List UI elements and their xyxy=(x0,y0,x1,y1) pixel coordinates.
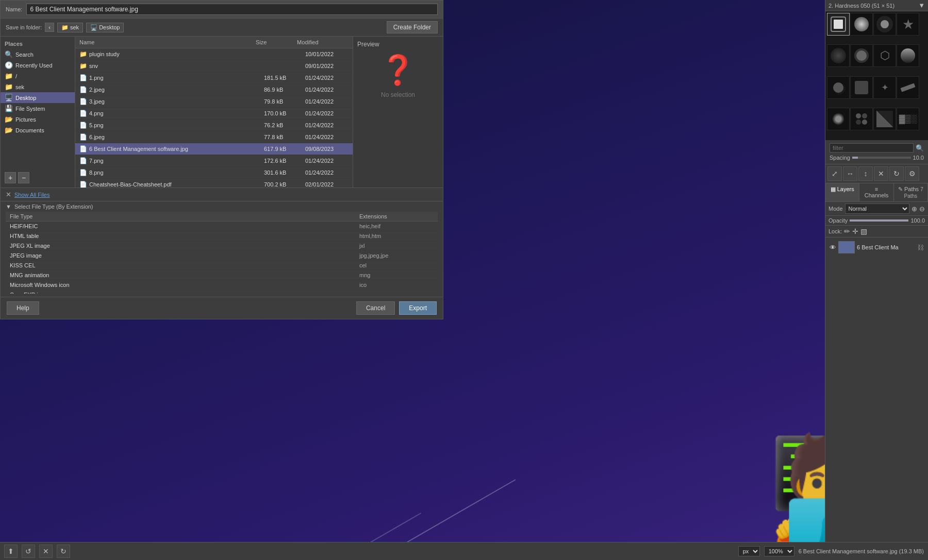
tool-refresh-btn[interactable]: ↻ xyxy=(889,166,904,181)
mode-collapse-icon[interactable]: ⊖ xyxy=(919,205,925,213)
places-item-sek[interactable]: 📁 sek xyxy=(1,81,75,92)
brush-item-16[interactable]: ▓▒░ xyxy=(897,108,919,130)
layer-thumbnail xyxy=(838,241,855,253)
brush-filter-input[interactable] xyxy=(830,143,914,152)
dialog-footer: Help Cancel Export xyxy=(1,297,443,319)
export-btn[interactable]: Export xyxy=(399,301,437,315)
brush-item-4[interactable]: ★ xyxy=(897,13,919,36)
brush-item-10[interactable] xyxy=(850,76,873,99)
table-row[interactable]: 📄 1.png 181.5 kB 01/24/2022 xyxy=(75,72,353,84)
brush-item-5[interactable] xyxy=(827,44,850,67)
file-name: 1.png xyxy=(89,75,104,81)
tab-channels[interactable]: ≡ Channels xyxy=(859,183,893,201)
col-modified[interactable]: Modified xyxy=(293,38,344,46)
layer-mode-select[interactable]: Normal xyxy=(845,203,909,214)
bottom-undo-btn[interactable]: ↺ xyxy=(22,545,35,558)
show-all-files-btn[interactable]: Show All Files xyxy=(14,192,49,198)
file-icon: 📄 xyxy=(79,181,87,188)
bottom-restore-btn[interactable]: ↻ xyxy=(57,545,70,558)
places-add-btn[interactable]: + xyxy=(5,172,16,183)
cancel-btn[interactable]: Cancel xyxy=(356,301,395,315)
file-type-row[interactable]: JPEG image jpg,jpeg,jpe xyxy=(6,251,438,261)
lock-pixels-btn[interactable]: ✏ xyxy=(844,227,850,235)
brush-item-13[interactable] xyxy=(827,108,850,130)
places-item-pictures[interactable]: 📂 Pictures xyxy=(1,114,75,125)
col-name[interactable]: Name xyxy=(75,38,252,46)
bottom-close-btn[interactable]: ✕ xyxy=(39,545,53,558)
tool-flip-h-btn[interactable]: ↔ xyxy=(843,166,857,181)
file-type-row[interactable]: JPEG XL image jxl xyxy=(6,241,438,251)
table-row[interactable]: 📁 plugin study 10/01/2022 xyxy=(75,48,353,60)
file-type-row[interactable]: HEIF/HEIC heic,heif xyxy=(6,222,438,231)
places-item-documents[interactable]: 📂 Documents xyxy=(1,125,75,135)
file-type-toggle[interactable]: ▼ Select File Type (By Extension) xyxy=(6,201,438,212)
file-type-name: JPEG image xyxy=(6,251,355,260)
status-text: 6 Best Client Management software.jpg (1… xyxy=(799,548,924,554)
table-row[interactable]: 📄 2.jpeg 86.9 kB 01/24/2022 xyxy=(75,84,353,96)
table-row[interactable]: 📄 6 Best Client Management software.jpg … xyxy=(75,143,353,155)
places-item-filesystem[interactable]: 💾 File System xyxy=(1,103,75,114)
table-row[interactable]: 📄 8.png 301.6 kB 01/24/2022 xyxy=(75,167,353,179)
file-icon: 📄 xyxy=(79,98,87,105)
file-name-cell: 📄 6.jpeg xyxy=(75,132,260,142)
brush-item-3[interactable] xyxy=(873,13,896,36)
brush-item-11[interactable]: ✦ xyxy=(873,76,896,99)
tab-paths[interactable]: ✎ Paths 7 Paths xyxy=(894,183,928,201)
tool-flip-v-btn[interactable]: ↕ xyxy=(858,166,873,181)
lock-alpha-btn[interactable]: ▧ xyxy=(860,227,867,235)
file-list[interactable]: 📁 plugin study 10/01/2022 📁 snv 09/01/20… xyxy=(75,48,353,188)
table-row[interactable]: 📄 5.png 76.2 kB 01/24/2022 xyxy=(75,120,353,131)
tab-layers[interactable]: ▦ Layers xyxy=(825,183,859,201)
table-row[interactable]: 📄 4.png 170.0 kB 01/24/2022 xyxy=(75,108,353,120)
dropdown-icon[interactable]: ▼ xyxy=(918,2,925,9)
close-show-files-icon[interactable]: ✕ xyxy=(6,191,11,198)
bottom-export-btn[interactable]: ⬆ xyxy=(4,545,18,558)
create-folder-btn[interactable]: Create Folder xyxy=(387,21,438,33)
file-type-row[interactable]: HTML table html,htm xyxy=(6,231,438,241)
brush-item-7[interactable]: ⬡ xyxy=(873,44,896,67)
brush-item-14[interactable] xyxy=(850,108,873,130)
search-icon: 🔍 xyxy=(5,50,13,58)
file-modified-cell: 09/08/2023 xyxy=(301,144,353,154)
table-row[interactable]: 📁 snv 09/01/2022 xyxy=(75,60,353,72)
zoom-unit-select[interactable]: px xyxy=(738,546,760,556)
file-type-list[interactable]: HEIF/HEIC heic,heif HTML table html,htm … xyxy=(6,222,438,294)
brush-item-8[interactable] xyxy=(897,44,919,67)
mode-expand-icon[interactable]: ⊕ xyxy=(912,205,917,213)
filename-input[interactable] xyxy=(26,4,438,15)
help-btn[interactable]: Help xyxy=(7,301,39,315)
file-type-row[interactable]: MNG animation mng xyxy=(6,270,438,280)
layer-eye-icon[interactable]: 👁 xyxy=(830,244,836,251)
file-type-row[interactable]: Microsoft Windows icon ico xyxy=(6,280,438,290)
breadcrumb-desktop[interactable]: 🖥️ Desktop xyxy=(86,23,124,32)
file-type-row[interactable]: KISS CEL cel xyxy=(6,261,438,270)
table-row[interactable]: 📄 Cheatsheet-Bias-Cheatsheet.pdf 700.2 k… xyxy=(75,179,353,188)
places-item-root[interactable]: 📁 / xyxy=(1,71,75,81)
file-modified-cell: 01/24/2022 xyxy=(301,73,353,82)
brush-item-12[interactable] xyxy=(897,76,919,99)
tool-scale-btn[interactable]: ⤢ xyxy=(827,166,842,181)
table-row[interactable]: 📄 6.jpeg 77.8 kB 01/24/2022 xyxy=(75,131,353,143)
folder-back-btn[interactable]: ‹ xyxy=(45,23,54,32)
table-row[interactable]: 📄 3.jpeg 79.8 kB 01/24/2022 xyxy=(75,96,353,108)
places-item-search[interactable]: 🔍 Search xyxy=(1,49,75,60)
col-size[interactable]: Size xyxy=(252,38,293,46)
table-row[interactable]: 📄 7.png 172.6 kB 01/24/2022 xyxy=(75,155,353,167)
tool-delete-btn[interactable]: ✕ xyxy=(874,166,888,181)
breadcrumb-sek[interactable]: 📁 sek xyxy=(57,23,83,32)
brush-item-1[interactable] xyxy=(827,13,850,36)
places-item-desktop[interactable]: 🖥️ Desktop xyxy=(1,92,75,103)
tool-settings-btn[interactable]: ⚙ xyxy=(905,166,919,181)
lock-position-btn[interactable]: ✛ xyxy=(852,227,858,235)
zoom-level-select[interactable]: 100% xyxy=(764,546,794,556)
layer-item-0[interactable]: 👁 6 Best Client Ma ⛓ xyxy=(827,240,926,256)
opacity-slider[interactable] xyxy=(850,219,908,222)
brush-item-6[interactable] xyxy=(850,44,873,67)
file-type-row[interactable]: OpenEXR image exr xyxy=(6,290,438,294)
brush-item-2[interactable] xyxy=(850,13,873,36)
places-item-recent[interactable]: 🕐 Recently Used xyxy=(1,60,75,71)
places-remove-btn[interactable]: − xyxy=(18,172,29,183)
spacing-slider[interactable] xyxy=(852,157,911,159)
brush-item-9[interactable] xyxy=(827,76,850,99)
brush-item-15[interactable] xyxy=(873,108,896,130)
